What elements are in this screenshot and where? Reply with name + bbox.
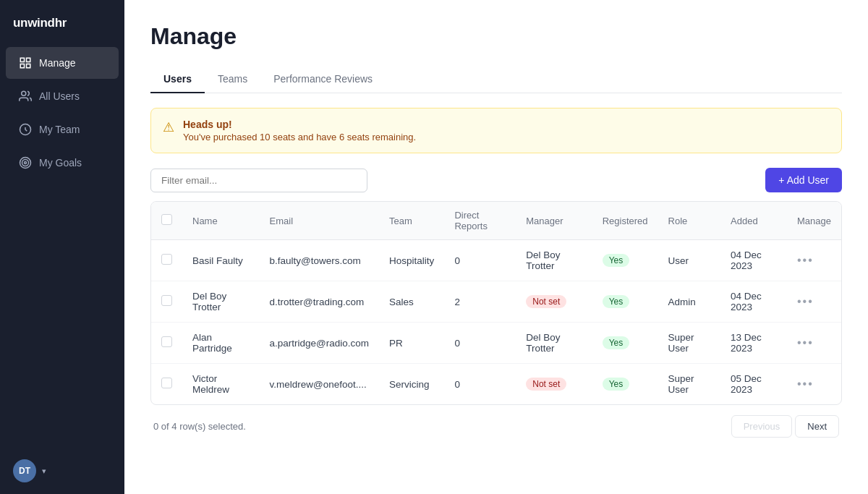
row-checkbox-0[interactable] [161,254,172,265]
sidebar: unwindhr Manage All Users My Team [0,0,124,494]
registered-badge: Yes [603,254,630,267]
alert-banner: ⚠ Heads up! You've purchased 10 seats an… [150,108,842,153]
table-row: Victor Meldrew v.meldrew@onefoot.... Ser… [151,364,841,405]
table-header-row: Name Email Team Direct Reports Manager R… [151,202,841,240]
row-manage-actions[interactable]: ••• [787,323,841,364]
registered-badge: Yes [603,336,630,349]
filter-email-input[interactable] [150,169,367,192]
next-button[interactable]: Next [795,415,839,438]
sidebar-item-my-team[interactable]: My Team [6,114,119,145]
more-options-button[interactable]: ••• [797,295,814,307]
row-name: Alan Partridge [182,323,260,364]
row-email: a.partridge@radio.com [260,323,380,364]
table-row: Basil Faulty b.faulty@towers.com Hospita… [151,240,841,281]
manager-badge: Not set [526,378,566,391]
col-checkbox [151,202,182,240]
sidebar-item-all-users[interactable]: All Users [6,80,119,112]
col-role: Role [658,202,721,240]
app-logo: unwindhr [0,0,124,43]
toolbar: + Add User [150,168,842,192]
row-direct-reports: 2 [444,281,516,323]
row-direct-reports: 0 [444,240,516,281]
previous-button[interactable]: Previous [731,415,793,438]
pagination: Previous Next [731,415,839,438]
sidebar-item-my-goals[interactable]: My Goals [6,147,119,179]
row-checkbox-1[interactable] [161,295,172,306]
row-checkbox-cell [151,364,182,405]
team-icon [19,123,32,136]
row-team: Servicing [379,364,444,405]
row-checkbox-2[interactable] [161,336,172,347]
col-manage: Manage [787,202,841,240]
col-added: Added [720,202,787,240]
manager-name: Del Boy Trotter [526,250,560,271]
select-all-checkbox[interactable] [161,214,172,225]
table-footer: 0 of 4 row(s) selected. Previous Next [150,405,842,438]
more-options-button[interactable]: ••• [797,378,814,390]
sidebar-item-manage[interactable]: Manage [6,47,119,79]
row-name: Victor Meldrew [182,364,260,405]
row-name: Basil Faulty [182,240,260,281]
row-direct-reports: 0 [444,364,516,405]
svg-rect-1 [27,58,30,61]
svg-point-7 [25,162,27,164]
col-direct-reports: Direct Reports [444,202,516,240]
col-registered: Registered [592,202,658,240]
manager-badge: Not set [526,295,566,308]
selection-count: 0 of 4 row(s) selected. [153,421,246,432]
sidebar-item-label: My Goals [39,157,82,169]
alert-title: Heads up! [183,119,416,130]
row-registered: Yes [592,240,658,281]
row-role: Super User [658,323,721,364]
registered-badge: Yes [603,295,630,308]
row-checkbox-3[interactable] [161,378,172,388]
table-row: Alan Partridge a.partridge@radio.com PR … [151,323,841,364]
row-registered: Yes [592,364,658,405]
row-manage-actions[interactable]: ••• [787,240,841,281]
row-checkbox-cell [151,281,182,323]
row-role: Admin [658,281,721,323]
svg-rect-3 [27,64,30,68]
alert-content: Heads up! You've purchased 10 seats and … [183,119,416,142]
row-checkbox-cell [151,323,182,364]
table-row: Del Boy Trotter d.trotter@trading.com Sa… [151,281,841,323]
manager-name: Del Boy Trotter [526,332,560,354]
row-manage-actions[interactable]: ••• [787,364,841,405]
tab-users[interactable]: Users [150,67,205,93]
row-checkbox-cell [151,240,182,281]
row-manager: Del Boy Trotter [516,240,592,281]
row-email: d.trotter@trading.com [260,281,380,323]
row-manager: Del Boy Trotter [516,323,592,364]
tabs-bar: Users Teams Performance Reviews [150,67,842,93]
users-table: Name Email Team Direct Reports Manager R… [150,201,842,405]
col-email: Email [260,202,380,240]
row-role: User [658,240,721,281]
row-registered: Yes [592,323,658,364]
row-manager: Not set [516,364,592,405]
more-options-button[interactable]: ••• [797,336,814,349]
row-team: Sales [379,281,444,323]
col-name: Name [182,202,260,240]
sidebar-footer[interactable]: DT ▾ [0,448,124,494]
more-options-button[interactable]: ••• [797,254,814,266]
row-role: Super User [658,364,721,405]
sidebar-item-label: All Users [39,90,80,102]
sidebar-nav: Manage All Users My Team M [0,43,124,448]
tab-teams[interactable]: Teams [205,67,260,93]
col-manager: Manager [516,202,592,240]
alert-icon: ⚠ [163,119,174,135]
row-added: 13 Dec 2023 [720,323,787,364]
row-added: 04 Dec 2023 [720,281,787,323]
row-team: Hospitality [379,240,444,281]
tab-performance-reviews[interactable]: Performance Reviews [260,67,386,93]
users-icon [19,90,32,103]
add-user-button[interactable]: + Add User [765,168,842,192]
target-icon [19,156,32,169]
row-email: v.meldrew@onefoot.... [260,364,380,405]
row-manage-actions[interactable]: ••• [787,281,841,323]
col-team: Team [379,202,444,240]
row-direct-reports: 0 [444,323,516,364]
row-added: 05 Dec 2023 [720,364,787,405]
row-name: Del Boy Trotter [182,281,260,323]
main-content-area: Manage Users Teams Performance Reviews ⚠… [124,0,868,494]
